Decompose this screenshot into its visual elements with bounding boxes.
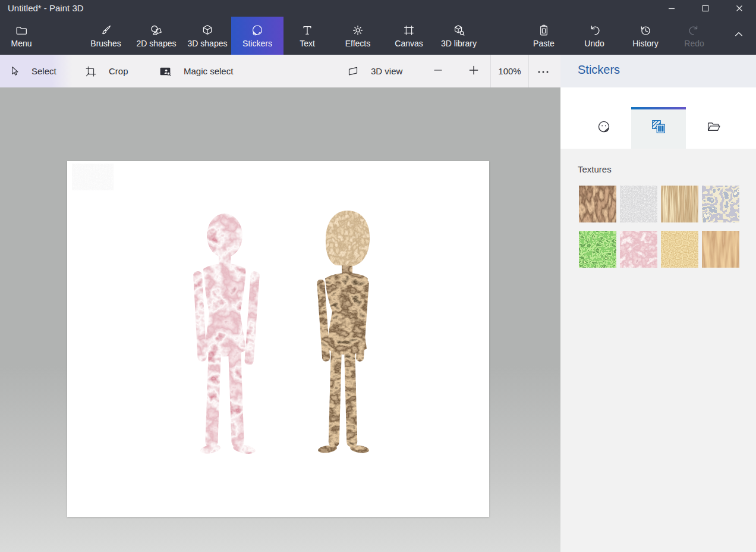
titlebar: Untitled* - Paint 3D	[0, 0, 756, 17]
figure-hair	[326, 211, 370, 266]
redo-label: Redo	[684, 39, 704, 48]
texture-thumb-pebbles[interactable]	[702, 186, 739, 222]
ribbon-tab-label: 3D shapes	[188, 39, 228, 48]
magic-select-label: Magic select	[184, 66, 233, 76]
ribbon-tab-canvas[interactable]: Canvas	[383, 17, 434, 55]
canvas-icon	[402, 24, 415, 37]
tab-browse-files[interactable]	[686, 107, 741, 149]
menu-label: Menu	[11, 39, 32, 48]
panel-tabbar	[560, 87, 756, 149]
ribbon-tab-label: 3D library	[441, 39, 477, 48]
ribbon-tab-label: 2D shapes	[137, 39, 177, 48]
minimize-button[interactable]	[658, 0, 685, 17]
ribbon-tab-2d-shapes[interactable]: 2D shapes	[131, 17, 182, 55]
texture-thumb-hair[interactable]	[661, 186, 698, 222]
textures-icon	[651, 119, 666, 137]
figure-tree-bark[interactable]	[305, 209, 381, 454]
texture-thumb-pink-marble[interactable]	[620, 231, 657, 268]
ellipsis-icon	[537, 67, 549, 76]
crop-tool[interactable]: Crop	[85, 55, 128, 87]
undo-icon	[588, 24, 601, 37]
canvas-smudge	[72, 164, 114, 190]
tool-options-bar: Select Crop Magic select	[0, 55, 560, 87]
ribbon-tab-stickers[interactable]: Stickers	[231, 17, 284, 55]
3d-view-tool[interactable]: 3D view	[346, 55, 402, 87]
paste-label: Paste	[533, 39, 555, 48]
text-icon	[301, 24, 314, 37]
workspace	[0, 87, 560, 552]
cursor-icon	[9, 65, 21, 77]
window-title: Untitled* - Paint 3D	[8, 3, 84, 13]
history-label: History	[632, 39, 659, 48]
redo-icon	[688, 24, 701, 37]
panel-header: Stickers	[560, 55, 756, 87]
select-tool[interactable]: Select	[0, 55, 72, 87]
zoom-in-button[interactable]	[459, 55, 489, 87]
ribbon-tab-3d-library[interactable]: 3D library	[433, 17, 484, 55]
ribbon-tab-label: Canvas	[395, 39, 423, 48]
texture-thumb-leaves[interactable]	[579, 231, 616, 268]
maximize-icon	[702, 5, 709, 12]
ribbon: Menu Brushes 2D shapes	[0, 17, 756, 55]
stickers-panel: Stickers	[560, 55, 756, 552]
chevron-up-icon	[733, 29, 745, 43]
texture-grid	[579, 186, 739, 268]
open-folder-icon	[706, 120, 721, 137]
minus-icon	[433, 65, 443, 77]
panel-title: Stickers	[578, 63, 620, 77]
paste-button[interactable]: Paste	[523, 17, 565, 55]
menu-button[interactable]: Menu	[4, 17, 39, 55]
texture-thumb-tree-bark[interactable]	[579, 186, 616, 222]
sticker-smiley-icon	[597, 120, 612, 137]
plus-icon	[468, 64, 480, 78]
effects-icon	[351, 24, 364, 37]
undo-button[interactable]: Undo	[574, 17, 615, 55]
ribbon-tab-label: Text	[300, 39, 315, 48]
3d-view-icon	[346, 65, 359, 77]
ribbon-tab-3d-shapes[interactable]: 3D shapes	[182, 17, 233, 55]
paint3d-window: Untitled* - Paint 3D Menu	[0, 0, 756, 552]
sticker-icon	[251, 24, 264, 37]
panel-body: Textures	[560, 149, 756, 552]
brush-icon	[99, 24, 112, 37]
drawing-canvas[interactable]	[67, 161, 489, 517]
zoom-out-button[interactable]	[423, 55, 453, 87]
2d-shapes-icon	[150, 24, 163, 37]
texture-thumb-granite[interactable]	[620, 186, 657, 222]
zoom-level[interactable]: 100%	[491, 55, 528, 87]
crop-label: Crop	[109, 66, 128, 76]
history-button[interactable]: History	[623, 17, 667, 55]
history-icon	[639, 24, 652, 37]
magic-select-icon	[159, 65, 172, 77]
paste-icon	[537, 24, 550, 37]
tab-textures[interactable]	[631, 107, 686, 149]
collapse-ribbon-button[interactable]	[724, 17, 754, 55]
close-icon	[736, 5, 743, 12]
menu-folder-icon	[15, 24, 28, 37]
ribbon-tab-brushes[interactable]: Brushes	[80, 17, 131, 55]
figure-pink-marble[interactable]	[189, 212, 266, 456]
3d-library-icon	[452, 24, 465, 37]
ribbon-tab-label: Brushes	[90, 39, 121, 48]
close-button[interactable]	[726, 0, 753, 17]
texture-thumb-wood[interactable]	[702, 231, 739, 268]
3d-cube-icon	[201, 24, 214, 37]
ribbon-tab-label: Stickers	[242, 39, 272, 48]
redo-button[interactable]: Redo	[675, 17, 713, 55]
ribbon-tab-effects[interactable]: Effects	[332, 17, 383, 55]
3d-view-label: 3D view	[371, 66, 402, 76]
crop-icon	[85, 65, 97, 77]
select-label: Select	[32, 66, 56, 76]
ribbon-tab-text[interactable]: Text	[282, 17, 333, 55]
textures-section-label: Textures	[578, 164, 612, 174]
undo-label: Undo	[584, 39, 604, 48]
magic-select-tool[interactable]: Magic select	[159, 55, 233, 87]
minimize-icon	[668, 5, 675, 12]
more-options-button[interactable]	[529, 55, 557, 87]
ribbon-tab-label: Effects	[345, 39, 371, 48]
tab-stickers[interactable]	[577, 107, 631, 149]
texture-thumb-sandstone[interactable]	[661, 231, 698, 268]
maximize-button[interactable]	[692, 0, 719, 17]
